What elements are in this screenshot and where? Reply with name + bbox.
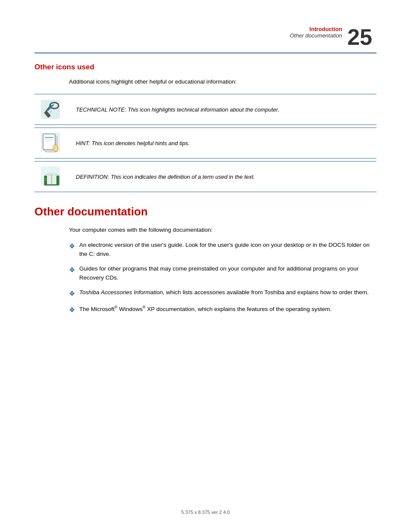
technical-note-icon — [39, 99, 64, 120]
technical-note-text: TECHNICAL NOTE: This icon highlights tec… — [69, 106, 377, 114]
page: Introduction Other documentation 25 Othe… — [0, 0, 411, 532]
bullet-item-1: ❖ An electronic version of the user's gu… — [69, 241, 377, 259]
bullet-text-2: Guides for other programs that may come … — [79, 264, 377, 283]
bullet-item-3: ❖ Toshiba Accessories Information, which… — [69, 288, 377, 299]
icons-section-intro: Additional icons highlight other helpful… — [69, 78, 377, 86]
header-text-block: Introduction Other documentation — [290, 26, 342, 39]
bullet-text-3-rest: which lists accessories available from T… — [165, 289, 369, 296]
other-docs-intro: Your computer comes with the following d… — [69, 225, 377, 235]
bullet-item-2: ❖ Guides for other programs that may com… — [69, 264, 377, 283]
chapter-name: Introduction — [290, 26, 342, 32]
svg-rect-20 — [56, 176, 59, 185]
hint-icon — [39, 132, 64, 154]
page-header: Introduction Other documentation 25 — [34, 26, 377, 48]
hint-text: HINT: This icon denotes helpful hints an… — [69, 139, 377, 148]
definition-icon-cell — [34, 166, 69, 187]
page-footer: 5.375 x 8.375 ver 2.4.0 — [0, 510, 411, 515]
bullet-item-4: ❖ The Microsoft® Windows® XP documentati… — [69, 305, 377, 316]
section-name: Other documentation — [290, 32, 342, 39]
technical-note-icon-cell — [34, 99, 69, 120]
other-docs-section: Other documentation Your computer comes … — [34, 205, 377, 316]
icon-table: TECHNICAL NOTE: This icon highlights tec… — [34, 94, 377, 192]
hint-row: HINT: This icon denotes helpful hints an… — [34, 128, 377, 159]
page-number: 25 — [347, 26, 372, 48]
svg-rect-22 — [45, 180, 47, 180]
icons-section-title: Other icons used — [34, 63, 377, 72]
bullet-diamond-3: ❖ — [69, 289, 75, 299]
other-docs-title: Other documentation — [34, 205, 377, 218]
other-docs-bullet-list: ❖ An electronic version of the user's gu… — [69, 241, 377, 316]
windows-superscript: ® — [143, 305, 146, 309]
bullet-text-1: An electronic version of the user's guid… — [79, 241, 377, 259]
technical-note-row: TECHNICAL NOTE: This icon highlights tec… — [34, 94, 377, 125]
definition-icon — [39, 166, 64, 187]
bullet-diamond-2: ❖ — [69, 265, 75, 276]
definition-text: DEFINITION: This icon indicates the defi… — [69, 173, 377, 181]
footer-text: 5.375 x 8.375 ver 2.4.0 — [181, 510, 230, 515]
bullet-text-3: Toshiba Accessories Information, which l… — [79, 288, 377, 297]
hint-icon-cell — [34, 132, 69, 154]
svg-rect-14 — [54, 147, 57, 149]
icons-section: Other icons used Additional icons highli… — [34, 63, 377, 192]
definition-row: DEFINITION: This icon indicates the defi… — [34, 161, 377, 192]
bullet-text-4: The Microsoft® Windows® XP documentation… — [79, 305, 377, 314]
svg-rect-21 — [45, 178, 47, 179]
bullet-diamond-4: ❖ — [69, 305, 75, 316]
bullet-text-3-italic: Toshiba Accessories Information, — [79, 289, 165, 296]
bullet-diamond-1: ❖ — [69, 241, 75, 252]
microsoft-superscript: ® — [115, 305, 118, 309]
header-divider — [34, 53, 377, 53]
